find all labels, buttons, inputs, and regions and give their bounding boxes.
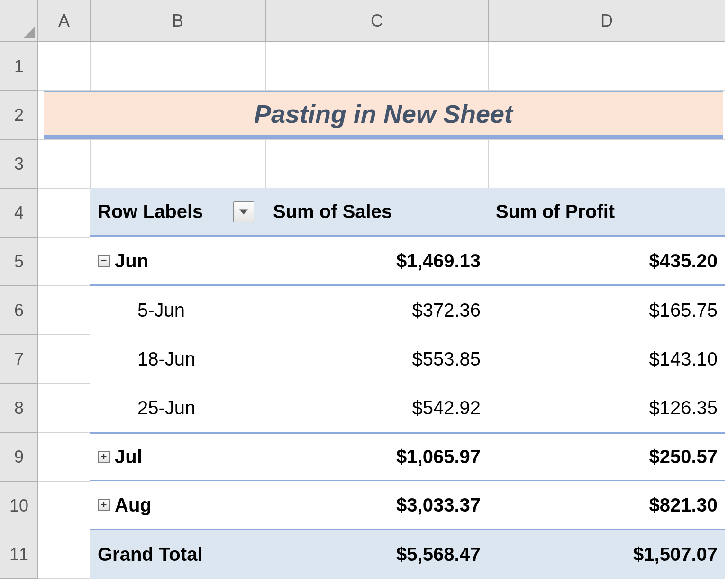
row-header-4[interactable]: 4 (0, 188, 38, 237)
row-header-8[interactable]: 8 (0, 384, 38, 432)
collapse-icon[interactable]: − (98, 255, 110, 267)
col-header-b[interactable]: B (90, 0, 265, 42)
cell-b3[interactable] (90, 139, 265, 188)
col-header-d[interactable]: D (488, 0, 725, 42)
row-header-3[interactable]: 3 (0, 139, 38, 188)
pivot-row-jun-label: Jun (115, 250, 148, 272)
select-all-corner[interactable] (0, 0, 38, 42)
cell-a9[interactable] (38, 432, 90, 481)
pivot-5jun-profit[interactable]: $165.75 (488, 286, 725, 335)
row-header-6[interactable]: 6 (0, 286, 38, 335)
expand-icon[interactable]: + (98, 499, 110, 511)
pivot-row-25jun[interactable]: 25-Jun (90, 384, 265, 432)
row-header-9[interactable]: 9 (0, 432, 38, 481)
pivot-row-5jun[interactable]: 5-Jun (90, 286, 265, 335)
spreadsheet-grid: A B C D 1 2 Pasting in New Sheet 3 4 Row… (0, 0, 728, 579)
cell-a3[interactable] (38, 139, 90, 188)
row-header-11[interactable]: 11 (0, 530, 38, 579)
cell-d1[interactable] (488, 42, 725, 91)
pivot-25jun-profit[interactable]: $126.35 (488, 384, 725, 432)
pivot-row-aug-label: Aug (115, 494, 152, 516)
pivot-jul-profit[interactable]: $250.57 (488, 432, 725, 481)
pivot-jun-profit[interactable]: $435.20 (488, 237, 725, 286)
pivot-25jun-sales[interactable]: $542.92 (265, 384, 488, 432)
cell-a4[interactable] (38, 188, 90, 237)
cell-a5[interactable] (38, 237, 90, 286)
col-header-a[interactable]: A (38, 0, 90, 42)
pivot-jul-sales[interactable]: $1,065.97 (265, 432, 488, 481)
cell-a11[interactable] (38, 530, 90, 579)
filter-dropdown-button[interactable] (233, 201, 254, 222)
pivot-header-sum-profit-text: Sum of Profit (496, 201, 615, 222)
cell-c3[interactable] (265, 139, 488, 188)
row-header-1[interactable]: 1 (0, 42, 38, 91)
pivot-18jun-sales[interactable]: $553.85 (265, 335, 488, 384)
chevron-down-icon (239, 209, 248, 215)
col-header-c[interactable]: C (265, 0, 488, 42)
pivot-header-sum-profit[interactable]: Sum of Profit (488, 188, 725, 237)
pivot-header-sum-sales[interactable]: Sum of Sales (265, 188, 488, 237)
row-header-5[interactable]: 5 (0, 237, 38, 286)
title-cell[interactable]: Pasting in New Sheet (38, 91, 725, 139)
pivot-row-aug[interactable]: + Aug (90, 481, 265, 530)
pivot-row-jul-label: Jul (115, 446, 142, 467)
cell-a8[interactable] (38, 384, 90, 432)
pivot-row-jun[interactable]: − Jun (90, 237, 265, 286)
cell-c1[interactable] (265, 42, 488, 91)
cell-a1[interactable] (38, 42, 90, 91)
pivot-header-row-labels[interactable]: Row Labels (90, 188, 265, 237)
cell-d3[interactable] (488, 139, 725, 188)
pivot-row-jul[interactable]: + Jul (90, 432, 265, 481)
pivot-aug-profit[interactable]: $821.30 (488, 481, 725, 530)
pivot-5jun-sales[interactable]: $372.36 (265, 286, 488, 335)
pivot-jun-sales[interactable]: $1,469.13 (265, 237, 488, 286)
cell-a10[interactable] (38, 481, 90, 530)
row-header-10[interactable]: 10 (0, 481, 38, 530)
pivot-grand-total-profit[interactable]: $1,507.07 (488, 530, 725, 579)
pivot-header-sum-sales-text: Sum of Sales (273, 201, 392, 222)
row-header-2[interactable]: 2 (0, 91, 38, 139)
cell-a6[interactable] (38, 286, 90, 335)
pivot-row-18jun[interactable]: 18-Jun (90, 335, 265, 384)
pivot-grand-total-label[interactable]: Grand Total (90, 530, 265, 579)
expand-icon[interactable]: + (98, 451, 110, 463)
pivot-aug-sales[interactable]: $3,033.37 (265, 481, 488, 530)
cell-a7[interactable] (38, 335, 90, 384)
title-text: Pasting in New Sheet (44, 91, 723, 139)
row-header-7[interactable]: 7 (0, 335, 38, 384)
pivot-grand-total-sales[interactable]: $5,568.47 (265, 530, 488, 579)
pivot-header-row-labels-text: Row Labels (98, 201, 203, 222)
pivot-18jun-profit[interactable]: $143.10 (488, 335, 725, 384)
cell-b1[interactable] (90, 42, 265, 91)
